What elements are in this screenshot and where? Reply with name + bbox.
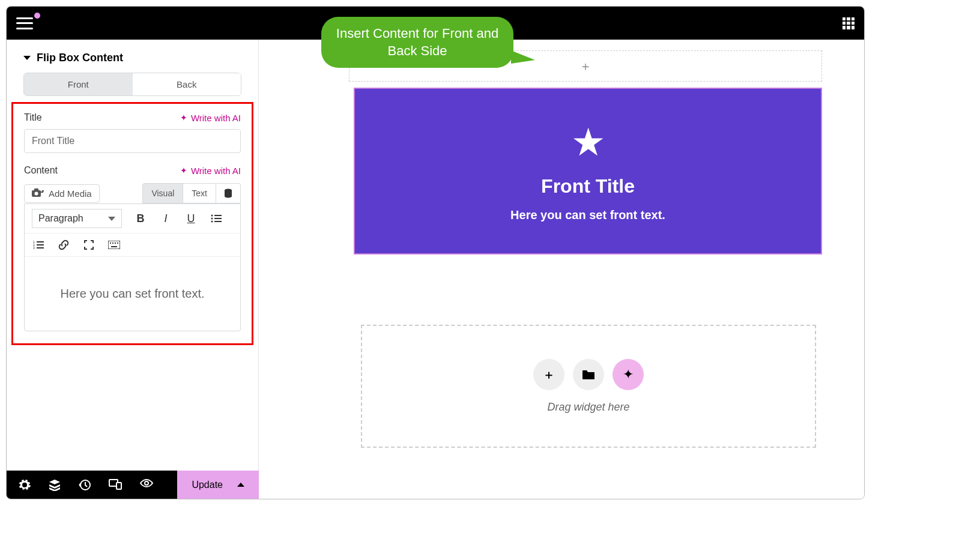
svg-rect-18 [112,242,113,244]
svg-point-8 [211,221,213,223]
bullet-list-button[interactable] [210,212,223,225]
mode-database-icon[interactable] [216,183,241,203]
svg-point-4 [211,215,213,217]
svg-rect-21 [111,246,117,247]
numbered-list-button[interactable]: 123 [32,238,45,251]
title-input[interactable] [24,129,241,153]
camera-icon [32,188,44,198]
svg-point-1 [35,192,38,196]
svg-rect-19 [115,242,116,244]
front-back-tabs: Front Back [23,73,241,96]
bold-button[interactable]: B [134,212,147,225]
preview-canvas: ＋ ★ Front Title Here you can set front t… [259,40,864,499]
chevron-down-icon [108,217,115,221]
svg-rect-24 [116,483,121,489]
svg-point-25 [145,481,148,485]
callout-tail [511,50,535,64]
keyboard-button[interactable] [107,238,121,251]
history-icon[interactable] [79,479,91,491]
add-media-button[interactable]: Add Media [24,184,100,203]
widget-dropzone[interactable]: ＋ ✦ Drag widget here [361,325,816,448]
sparkle-icon: ✦ [180,166,187,175]
link-button[interactable] [57,238,70,251]
svg-rect-9 [214,221,222,222]
flipbox-title: Front Title [541,175,635,197]
flipbox-text: Here you can set front text. [510,208,665,222]
highlighted-settings-area: Title ✦ Write with AI Content ✦ Write wi… [11,102,253,345]
notification-dot [34,13,40,19]
svg-rect-15 [37,247,44,248]
folder-button[interactable] [573,359,604,390]
svg-rect-11 [37,241,44,242]
svg-point-6 [211,218,213,220]
layers-icon[interactable] [49,479,61,491]
svg-text:3: 3 [33,246,35,249]
section-title: Flip Box Content [37,52,123,64]
plus-icon: ＋ [579,58,591,74]
title-ai-link[interactable]: ✦ Write with AI [180,113,241,123]
settings-sidebar: Flip Box Content Front Back Title ✦ Writ… [7,40,259,471]
content-label: Content [24,165,58,176]
responsive-icon[interactable] [109,479,122,491]
rich-text-editor: Paragraph B I U 123 [24,203,241,331]
underline-button[interactable]: U [184,212,198,225]
svg-rect-2 [34,188,38,191]
editor-bottombar: Update [7,471,259,499]
mode-visual[interactable]: Visual [142,183,183,203]
mode-text[interactable]: Text [183,183,216,203]
annotation-callout: Insert Content for Front and Back Side [321,17,513,68]
svg-rect-7 [214,218,222,219]
sparkle-icon: ✦ [623,367,634,382]
svg-rect-5 [214,215,222,216]
sparkle-icon: ✦ [180,113,187,122]
svg-rect-20 [117,242,118,244]
svg-rect-16 [108,241,120,249]
paragraph-select[interactable]: Paragraph [32,209,122,228]
menu-icon[interactable] [16,17,33,29]
caret-down-icon [23,56,31,60]
ai-button[interactable]: ✦ [613,359,644,390]
flipbox-preview[interactable]: ★ Front Title Here you can set front tex… [354,88,822,254]
chevron-up-icon [237,483,244,487]
add-widget-button[interactable]: ＋ [533,359,564,390]
title-label: Title [24,112,42,123]
star-icon: ★ [571,120,605,164]
svg-rect-13 [37,244,44,245]
italic-button[interactable]: I [159,212,172,225]
tab-back[interactable]: Back [133,73,241,95]
apps-grid-icon[interactable] [843,17,855,29]
content-ai-link[interactable]: ✦ Write with AI [180,166,241,176]
settings-icon[interactable] [19,479,31,491]
dropzone-label: Drag widget here [547,401,629,414]
preview-icon[interactable] [140,479,153,491]
section-toggle[interactable]: Flip Box Content [7,40,258,73]
tab-front[interactable]: Front [24,73,133,95]
svg-rect-17 [110,242,111,244]
editor-content[interactable]: Here you can set front text. [25,257,240,331]
fullscreen-button[interactable] [82,238,95,251]
update-button[interactable]: Update [177,471,259,499]
